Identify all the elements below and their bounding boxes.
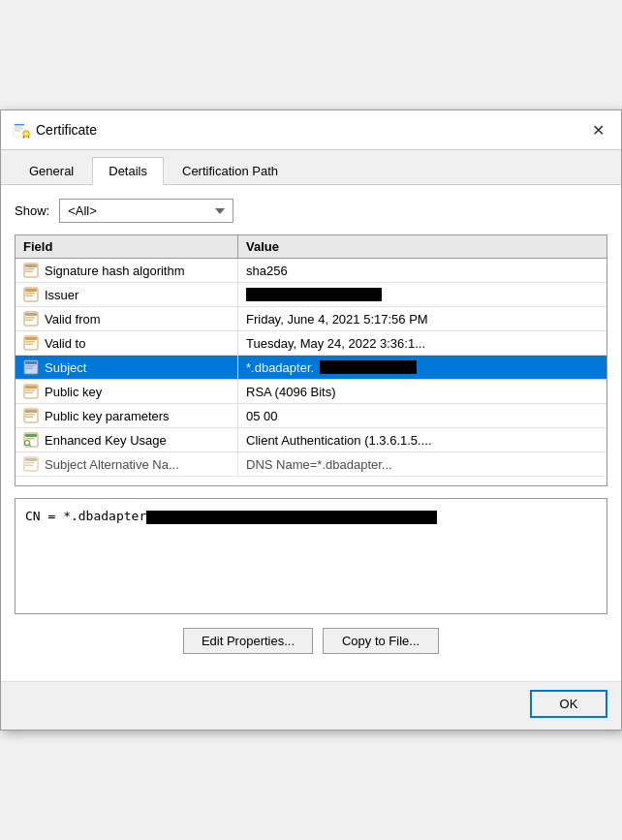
svg-rect-11	[25, 268, 35, 270]
title-bar-left: Certificate	[13, 121, 97, 139]
certificate-icon	[13, 121, 30, 139]
edit-properties-button[interactable]: Edit Properties...	[183, 628, 313, 654]
value-cell: Friday, June 4, 2021 5:17:56 PM	[238, 307, 606, 330]
field-cell: Subject	[16, 356, 238, 379]
tab-details[interactable]: Details	[92, 157, 164, 185]
svg-rect-24	[25, 344, 33, 346]
svg-rect-12	[25, 271, 33, 273]
field-header: Field	[16, 235, 238, 258]
svg-rect-38	[25, 434, 37, 437]
field-cell: Issuer	[16, 283, 238, 306]
field-cell: Signature hash algorithm	[16, 259, 238, 282]
field-cell: Valid from	[16, 307, 238, 330]
table-row[interactable]: Valid from Friday, June 4, 2021 5:17:56 …	[16, 307, 606, 331]
svg-line-8	[28, 137, 29, 139]
table-row[interactable]: Enhanced Key Usage Client Authentication…	[16, 428, 606, 452]
svg-rect-1	[15, 124, 24, 126]
show-label: Show:	[15, 203, 49, 218]
svg-rect-20	[25, 320, 33, 322]
svg-rect-3	[15, 129, 23, 130]
redacted-value	[246, 288, 382, 301]
field-cell: Subject Alternative Na...	[16, 452, 238, 476]
svg-rect-10	[25, 264, 37, 267]
svg-rect-23	[25, 341, 35, 343]
svg-rect-41	[25, 438, 35, 440]
value-header: Value	[238, 235, 606, 258]
table-header: Field Value	[16, 235, 606, 259]
table-row-selected[interactable]: Subject *.dbadapter.	[16, 356, 606, 380]
svg-rect-30	[25, 386, 37, 389]
svg-rect-2	[15, 127, 22, 128]
value-cell: Tuesday, May 24, 2022 3:36:1...	[238, 331, 606, 355]
svg-rect-32	[25, 392, 33, 394]
field-icon	[23, 335, 39, 351]
value-cell	[238, 283, 606, 306]
field-icon	[23, 384, 39, 399]
table-row[interactable]: Signature hash algorithm sha256	[16, 259, 606, 283]
value-cell: 05 00	[238, 404, 606, 427]
ok-row: OK	[1, 681, 621, 730]
svg-rect-44	[25, 462, 35, 464]
fields-table: Field Value Signature hash algorithm sha…	[15, 234, 607, 486]
svg-rect-35	[25, 414, 35, 416]
table-row[interactable]: Issuer	[16, 283, 606, 307]
close-button[interactable]: ✕	[586, 118, 609, 141]
value-cell: Client Authentication (1.3.6.1.5....	[238, 428, 606, 451]
detail-redacted	[146, 511, 437, 524]
svg-rect-43	[25, 458, 37, 461]
svg-rect-34	[25, 410, 37, 413]
table-row[interactable]: Public key RSA (4096 Bits)	[16, 380, 606, 404]
action-buttons: Edit Properties... Copy to File...	[15, 628, 607, 654]
svg-rect-4	[15, 131, 20, 132]
field-icon	[23, 287, 39, 302]
value-cell: *.dbadapter.	[238, 356, 606, 379]
field-cell: Enhanced Key Usage	[16, 428, 238, 451]
table-row[interactable]: Valid to Tuesday, May 24, 2022 3:36:1...	[16, 331, 606, 356]
details-content: Show: <All> Version 1 Fields Only Extens…	[1, 185, 621, 681]
show-row: Show: <All> Version 1 Fields Only Extens…	[15, 199, 607, 223]
svg-rect-26	[25, 361, 37, 364]
ok-button[interactable]: OK	[530, 690, 607, 718]
title-bar: Certificate ✕	[1, 110, 621, 150]
redacted-value	[320, 360, 417, 374]
certificate-dialog: Certificate ✕ General Details Certificat…	[0, 109, 622, 731]
value-cell: sha256	[238, 259, 606, 282]
svg-rect-18	[25, 313, 37, 316]
value-cell: RSA (4096 Bits)	[238, 380, 606, 403]
svg-rect-31	[25, 389, 35, 391]
field-icon	[23, 456, 39, 472]
window-title: Certificate	[36, 122, 97, 138]
value-cell: DNS Name=*.dbadapter...	[238, 452, 606, 476]
tab-general[interactable]: General	[13, 157, 90, 185]
field-icon	[23, 311, 39, 327]
table-row[interactable]: Public key parameters 05 00	[16, 404, 606, 428]
field-icon	[23, 408, 39, 423]
field-icon-enhanced	[23, 432, 39, 448]
svg-rect-36	[25, 417, 33, 419]
table-row[interactable]: Subject Alternative Na... DNS Name=*.dba…	[16, 452, 606, 477]
tab-bar: General Details Certification Path	[1, 150, 621, 185]
field-cell: Valid to	[16, 331, 238, 355]
field-cell: Public key	[16, 380, 238, 403]
field-icon	[23, 263, 39, 278]
svg-rect-22	[25, 337, 37, 340]
svg-rect-27	[25, 365, 35, 367]
svg-rect-28	[25, 368, 33, 370]
svg-rect-15	[25, 293, 35, 295]
detail-box: CN = *.dbadapter	[15, 498, 607, 614]
svg-rect-45	[25, 465, 33, 467]
svg-rect-14	[25, 289, 37, 292]
copy-to-file-button[interactable]: Copy to File...	[323, 628, 439, 654]
field-cell: Public key parameters	[16, 404, 238, 427]
svg-rect-19	[25, 317, 35, 319]
tab-certpath[interactable]: Certification Path	[166, 157, 295, 185]
field-icon	[23, 359, 39, 375]
svg-rect-16	[25, 296, 33, 297]
show-select[interactable]: <All> Version 1 Fields Only Extensions O…	[59, 199, 233, 223]
